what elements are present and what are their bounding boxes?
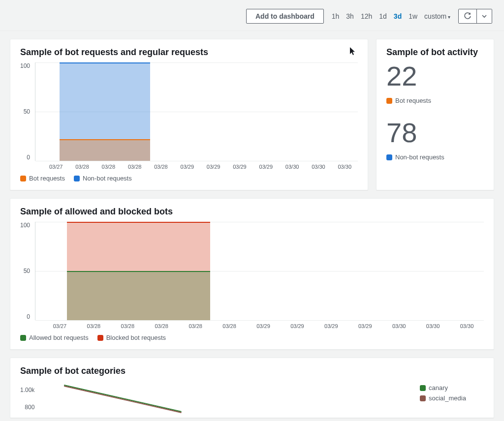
y-tick: 0 bbox=[27, 154, 30, 161]
y-tick: 100 bbox=[20, 62, 30, 69]
x-tick: 03/29 bbox=[247, 323, 281, 329]
x-tick: 03/30 bbox=[382, 323, 416, 329]
x-tick: 03/30 bbox=[332, 164, 358, 170]
card-title: Sample of bot categories bbox=[20, 366, 484, 376]
legend-label: Bot requests bbox=[395, 97, 431, 104]
svg-line-0 bbox=[64, 385, 182, 412]
x-tick: 03/28 bbox=[145, 323, 179, 329]
range-3d[interactable]: 3d bbox=[394, 12, 402, 20]
toolbar: Add to dashboard 1h 3h 12h 1d 3d 1w cust… bbox=[0, 0, 504, 31]
card-bot-vs-regular: Sample of bot requests and regular reque… bbox=[10, 39, 368, 190]
chart-allowed-blocked: 100 50 0 bbox=[20, 222, 484, 320]
x-tick: 03/28 bbox=[179, 323, 213, 329]
square-icon bbox=[97, 335, 103, 341]
legend: Allowed bot requests Blocked bot request… bbox=[20, 334, 484, 341]
content: Sample of bot requests and regular reque… bbox=[0, 31, 504, 421]
legend-label: Bot requests bbox=[29, 175, 65, 182]
x-tick: 03/29 bbox=[253, 164, 279, 170]
add-to-dashboard-button[interactable]: Add to dashboard bbox=[246, 9, 324, 24]
area-allowed bbox=[67, 271, 211, 320]
range-3h[interactable]: 3h bbox=[346, 12, 354, 20]
legend-label: social_media bbox=[429, 394, 466, 402]
x-tick: 03/29 bbox=[226, 164, 252, 170]
square-icon bbox=[420, 385, 426, 391]
legend-label: Non-bot requests bbox=[395, 153, 444, 161]
x-tick: 03/29 bbox=[174, 164, 200, 170]
x-tick: 03/27 bbox=[43, 323, 77, 329]
square-icon bbox=[386, 154, 392, 160]
x-tick: 03/29 bbox=[200, 164, 226, 170]
card-bot-categories: Sample of bot categories 1.00k 800 bbox=[10, 358, 494, 418]
refresh-button[interactable] bbox=[459, 9, 476, 23]
legend-label: Non-bot requests bbox=[83, 175, 132, 182]
x-tick: 03/29 bbox=[314, 323, 348, 329]
chart-requests: 100 50 0 bbox=[20, 62, 358, 161]
y-axis: 100 50 0 bbox=[20, 222, 35, 320]
range-1w[interactable]: 1w bbox=[409, 12, 417, 20]
refresh-button-group bbox=[458, 9, 492, 24]
chevron-down-icon bbox=[482, 14, 487, 19]
x-tick: 03/28 bbox=[69, 164, 95, 170]
square-icon bbox=[420, 395, 426, 401]
legend-item: canary bbox=[420, 384, 484, 391]
legend: canary social_media bbox=[420, 381, 484, 402]
x-tick: 03/29 bbox=[348, 323, 382, 329]
square-icon bbox=[386, 98, 392, 104]
legend-item: Non-bot requests bbox=[74, 175, 132, 182]
y-tick: 800 bbox=[25, 404, 34, 411]
card-title: Sample of bot activity bbox=[386, 47, 484, 58]
card-title: Sample of allowed and blocked bots bbox=[20, 207, 484, 217]
plot-area bbox=[35, 62, 358, 161]
card-title: Sample of bot requests and regular reque… bbox=[20, 47, 358, 58]
legend-label: Allowed bot requests bbox=[29, 334, 89, 341]
square-icon bbox=[20, 335, 26, 341]
stat-label: Non-bot requests bbox=[386, 153, 484, 161]
y-axis: 1.00k 800 bbox=[20, 381, 39, 416]
time-range-picker: 1h 3h 12h 1d 3d 1w custom bbox=[332, 12, 450, 20]
card-allowed-blocked: Sample of allowed and blocked bots 100 5… bbox=[10, 198, 494, 350]
x-tick: 03/28 bbox=[148, 164, 174, 170]
legend-item: Bot requests bbox=[20, 175, 65, 182]
area-bot bbox=[60, 139, 150, 161]
x-tick: 03/29 bbox=[280, 323, 314, 329]
svg-line-1 bbox=[64, 386, 182, 413]
range-1h[interactable]: 1h bbox=[332, 12, 340, 20]
plot-area bbox=[35, 222, 484, 320]
y-tick: 1.00k bbox=[20, 387, 34, 393]
x-tick: 03/28 bbox=[95, 164, 122, 170]
legend-item: Allowed bot requests bbox=[20, 334, 89, 341]
range-1d[interactable]: 1d bbox=[379, 12, 387, 20]
legend-item: Blocked bot requests bbox=[97, 334, 166, 341]
y-axis: 100 50 0 bbox=[20, 62, 35, 161]
y-tick: 0 bbox=[27, 313, 30, 320]
square-icon bbox=[74, 176, 80, 181]
stat-label: Bot requests bbox=[386, 97, 484, 104]
stat-nonbot-requests: 78 Non-bot requests bbox=[386, 119, 484, 161]
x-axis: 03/27 03/28 03/28 03/28 03/28 03/28 03/2… bbox=[20, 323, 484, 329]
x-tick: 03/30 bbox=[416, 323, 450, 329]
x-tick: 03/28 bbox=[122, 164, 148, 170]
plot-area bbox=[39, 381, 410, 416]
stat-bot-requests: 22 Bot requests bbox=[386, 62, 484, 104]
range-12h[interactable]: 12h bbox=[361, 12, 372, 20]
refresh-icon bbox=[464, 12, 472, 20]
range-custom[interactable]: custom bbox=[424, 12, 450, 20]
line-chart-svg bbox=[39, 381, 410, 416]
legend: Bot requests Non-bot requests bbox=[20, 175, 358, 182]
x-tick: 03/28 bbox=[213, 323, 247, 329]
stat-value: 22 bbox=[386, 62, 484, 90]
x-tick: 03/27 bbox=[43, 164, 69, 170]
legend-label: Blocked bot requests bbox=[106, 334, 166, 341]
refresh-dropdown-button[interactable] bbox=[476, 9, 492, 23]
x-tick: 03/30 bbox=[279, 164, 305, 170]
legend-label: canary bbox=[429, 384, 448, 391]
card-bot-activity: Sample of bot activity 22 Bot requests 7… bbox=[376, 39, 494, 190]
y-tick: 50 bbox=[24, 268, 30, 274]
y-tick: 100 bbox=[20, 222, 30, 229]
x-tick: 03/30 bbox=[305, 164, 331, 170]
x-tick: 03/30 bbox=[450, 323, 484, 329]
x-tick: 03/28 bbox=[77, 323, 111, 329]
square-icon bbox=[20, 176, 26, 181]
x-axis: 03/27 03/28 03/28 03/28 03/28 03/29 03/2… bbox=[20, 164, 358, 170]
y-tick: 50 bbox=[24, 108, 30, 115]
